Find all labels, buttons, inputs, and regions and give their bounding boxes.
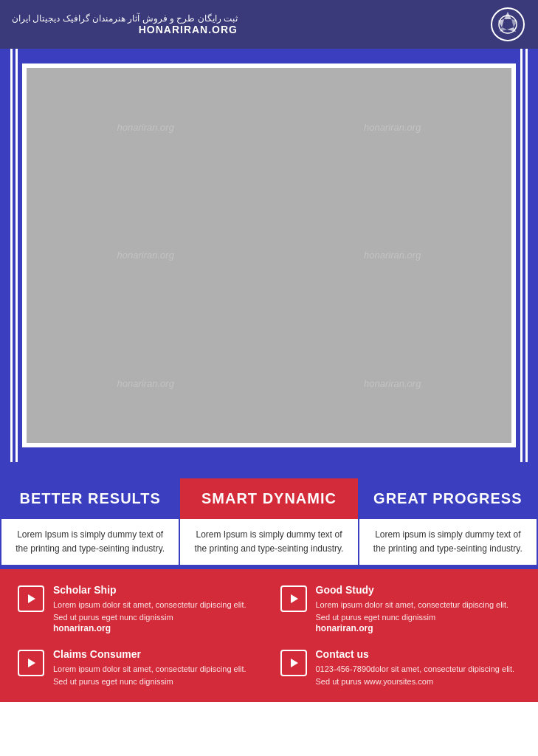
footer-title-contact: Contact us bbox=[316, 648, 521, 660]
feature-title-3: GREAT PROGRESS bbox=[359, 478, 537, 519]
feature-desc-3: Lorem ipsum is simply dummy text of the … bbox=[359, 519, 537, 565]
header-text: ثبت رایگان طرح و فروش آثار هنرمندان گراف… bbox=[12, 13, 238, 35]
play-icon-3 bbox=[18, 650, 44, 676]
features-section: BETTER RESULTS Lorem Ipsum is simply dum… bbox=[0, 474, 538, 566]
footer-content-claims: Claims Consumer Lorem ipsum dolor sit am… bbox=[53, 648, 258, 687]
footer-content-scholarship: Scholar Ship Lorem ipsum dolor sit amet,… bbox=[53, 584, 258, 633]
watermark-2: honariran.org bbox=[269, 63, 517, 191]
svg-marker-4 bbox=[507, 27, 516, 32]
watermark-4: honariran.org bbox=[269, 191, 517, 319]
feature-title-2: SMART DYNAMIC bbox=[180, 478, 357, 519]
watermark-grid: honariran.org honariran.org honariran.or… bbox=[22, 63, 516, 447]
footer-content-contact: Contact us 0123-456-7890dolor sit amet, … bbox=[316, 648, 521, 687]
image-placeholder: honariran.org honariran.org honariran.or… bbox=[22, 63, 516, 447]
feature-title-1: BETTER RESULTS bbox=[1, 478, 179, 519]
play-icon-4 bbox=[280, 650, 307, 676]
feature-desc-1: Lorem Ipsum is simply dummy text of the … bbox=[1, 519, 179, 565]
watermark-6: honariran.org bbox=[269, 320, 517, 447]
watermark-5: honariran.org bbox=[22, 320, 269, 447]
footer-title-claims: Claims Consumer bbox=[53, 648, 258, 660]
play-icon-1 bbox=[18, 585, 44, 612]
header-tagline: ثبت رایگان طرح و فروش آثار هنرمندان گراف… bbox=[12, 13, 238, 24]
footer-title-goodstudy: Good Study bbox=[316, 584, 521, 596]
footer-section: Scholar Ship Lorem ipsum dolor sit amet,… bbox=[0, 569, 538, 702]
watermark-3: honariran.org bbox=[22, 191, 269, 319]
watermark-1: honariran.org bbox=[22, 63, 269, 191]
header-domain: HONARIRAN.ORG bbox=[12, 24, 238, 35]
feature-box-3: GREAT PROGRESS Lorem ipsum is simply dum… bbox=[358, 477, 538, 566]
white-border-frame bbox=[22, 63, 516, 447]
feature-box-2: SMART DYNAMIC Lorem Ipsum is simply dumm… bbox=[179, 477, 357, 566]
footer-grid: Scholar Ship Lorem ipsum dolor sit amet,… bbox=[18, 584, 520, 687]
left-decorative-lines bbox=[10, 49, 18, 462]
svg-marker-5 bbox=[500, 27, 507, 32]
footer-desc-contact: 0123-456-7890dolor sit amet, consectetur… bbox=[316, 663, 521, 687]
feature-box-1: BETTER RESULTS Lorem Ipsum is simply dum… bbox=[0, 477, 179, 566]
feature-desc-2: Lorem Ipsum is simply dummy text of the … bbox=[180, 519, 357, 565]
footer-desc-claims: Lorem ipsum dolor sit amet, consectetur … bbox=[53, 663, 258, 687]
right-decorative-lines bbox=[520, 49, 528, 462]
footer-item-scholarship: Scholar Ship Lorem ipsum dolor sit amet,… bbox=[18, 584, 258, 633]
footer-content-goodstudy: Good Study Lorem ipsum dolor sit amet, c… bbox=[316, 584, 521, 633]
header-bar: نمایشگاه ثبت رایگان طرح و فروش آثار هنرم… bbox=[0, 0, 538, 49]
footer-desc-goodstudy: Lorem ipsum dolor sit amet, consectetur … bbox=[316, 599, 521, 623]
blue-design-section: honariran.org honariran.org honariran.or… bbox=[0, 49, 538, 474]
features-row: BETTER RESULTS Lorem Ipsum is simply dum… bbox=[0, 477, 538, 566]
footer-link-scholarship[interactable]: honariran.org bbox=[53, 623, 258, 633]
svg-marker-11 bbox=[291, 659, 298, 667]
footer-desc-scholarship: Lorem ipsum dolor sit amet, consectetur … bbox=[53, 599, 258, 623]
footer-item-contact: Contact us 0123-456-7890dolor sit amet, … bbox=[280, 648, 521, 687]
play-icon-2 bbox=[280, 585, 307, 612]
svg-marker-8 bbox=[28, 594, 35, 603]
footer-item-claims: Claims Consumer Lorem ipsum dolor sit am… bbox=[18, 648, 258, 687]
svg-marker-10 bbox=[28, 659, 35, 667]
footer-title-scholarship: Scholar Ship bbox=[53, 584, 258, 596]
footer-link-goodstudy[interactable]: honariran.org bbox=[316, 623, 521, 633]
logo-icon: نمایشگاه bbox=[489, 6, 526, 43]
svg-marker-9 bbox=[291, 594, 298, 603]
footer-item-goodstudy: Good Study Lorem ipsum dolor sit amet, c… bbox=[280, 584, 521, 633]
